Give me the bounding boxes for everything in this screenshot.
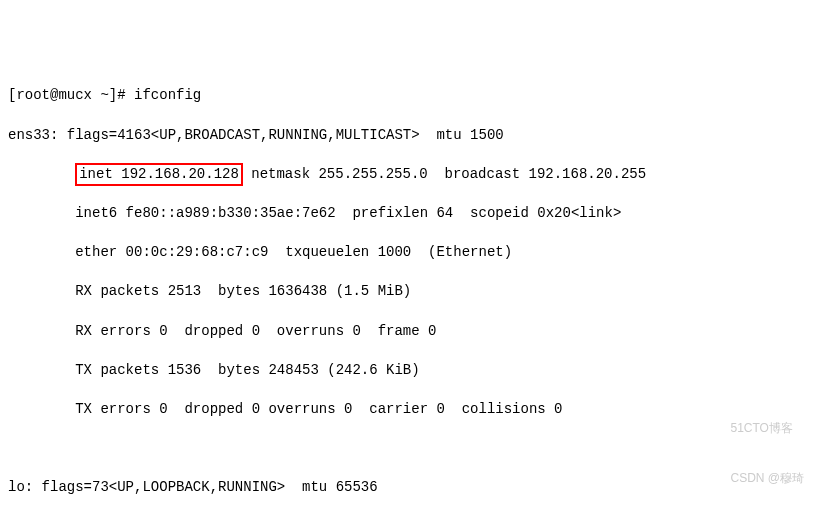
ens33-inet-line: inet 192.168.20.128 netmask 255.255.255.… — [8, 165, 806, 185]
watermark-line-2: CSDN @穆琦 — [730, 470, 804, 487]
watermark-line-1: 51CTO博客 — [730, 420, 804, 437]
ens33-inet6: inet6 fe80::a989:b330:35ae:7e62 prefixle… — [8, 204, 806, 224]
highlighted-ip: inet 192.168.20.128 — [75, 163, 243, 187]
blank-line — [8, 439, 806, 459]
inet-rest: netmask 255.255.255.0 broadcast 192.168.… — [243, 166, 646, 182]
indent — [8, 166, 75, 182]
ens33-tx-errors: TX errors 0 dropped 0 overruns 0 carrier… — [8, 400, 806, 420]
ens33-tx-packets: TX packets 1536 bytes 248453 (242.6 KiB) — [8, 361, 806, 381]
lo-header: lo: flags=73<UP,LOOPBACK,RUNNING> mtu 65… — [8, 478, 806, 498]
watermark: 51CTO博客 CSDN @穆琦 — [730, 386, 804, 504]
ens33-rx-packets: RX packets 2513 bytes 1636438 (1.5 MiB) — [8, 282, 806, 302]
ens33-header: ens33: flags=4163<UP,BROADCAST,RUNNING,M… — [8, 126, 806, 146]
ens33-rx-errors: RX errors 0 dropped 0 overruns 0 frame 0 — [8, 322, 806, 342]
ens33-ether: ether 00:0c:29:68:c7:c9 txqueuelen 1000 … — [8, 243, 806, 263]
prompt-line-1: [root@mucx ~]# ifconfig — [8, 86, 806, 106]
